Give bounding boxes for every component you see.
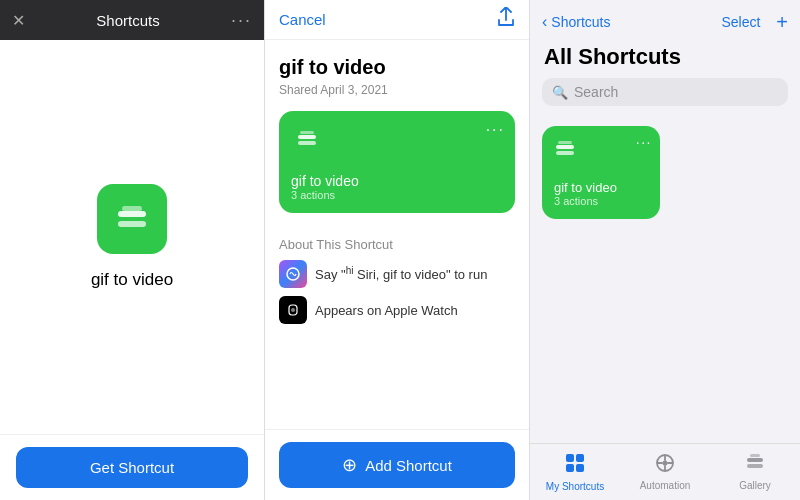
tile-name: gif to video	[554, 180, 648, 195]
layers-icon-large	[113, 200, 151, 238]
close-button[interactable]: ✕	[12, 11, 25, 30]
gallery-layers-icon	[744, 452, 766, 474]
grid-icon	[564, 452, 586, 474]
svg-rect-12	[566, 454, 574, 462]
right-panel: ‹ Shortcuts Select + All Shortcuts 🔍 Sea…	[530, 0, 800, 500]
shortcuts-grid: ··· gif to video 3 actions	[530, 118, 800, 227]
middle-panel-footer: ⊕ Add Shortcut	[265, 429, 529, 500]
add-shortcut-button[interactable]: ⊕ Add Shortcut	[279, 442, 515, 488]
middle-panel-content: gif to video Shared April 3, 2021 ··· gi…	[265, 40, 529, 429]
search-placeholder: Search	[574, 84, 618, 100]
all-shortcuts-title: All Shortcuts	[530, 40, 800, 78]
siri-icon	[279, 260, 307, 288]
add-plus-icon: ⊕	[342, 454, 357, 476]
right-panel-actions: Select +	[721, 11, 788, 34]
svg-point-17	[663, 461, 668, 466]
svg-rect-5	[300, 131, 314, 134]
more-button-left[interactable]: ···	[231, 10, 252, 31]
svg-rect-20	[750, 454, 760, 457]
search-icon: 🔍	[552, 85, 568, 100]
automation-tab-label: Automation	[640, 480, 691, 491]
left-panel-content: gif to video	[0, 40, 264, 434]
svg-rect-13	[576, 454, 584, 462]
left-panel-footer: Get Shortcut	[0, 434, 264, 500]
gallery-tab-icon	[744, 452, 766, 478]
siri-row-text: Say "hi Siri, gif to video" to run	[315, 265, 487, 282]
svg-rect-11	[558, 141, 572, 144]
shortcut-card-icon	[291, 123, 323, 155]
shortcut-icon-large	[97, 184, 167, 254]
share-icon	[497, 7, 515, 27]
shortcut-card-name: gif to video	[291, 173, 503, 189]
watch-row-text: Appears on Apple Watch	[315, 303, 458, 318]
about-row-siri: Say "hi Siri, gif to video" to run	[279, 260, 515, 288]
shortcut-card-more-button[interactable]: ···	[486, 121, 505, 139]
shortcut-card-middle: ··· gif to video 3 actions	[279, 111, 515, 213]
search-bar[interactable]: 🔍 Search	[542, 78, 788, 106]
apple-watch-icon	[286, 303, 300, 317]
layers-icon-tile	[554, 138, 576, 160]
add-button-right[interactable]: +	[776, 11, 788, 34]
back-button[interactable]: ‹ Shortcuts	[542, 13, 610, 31]
middle-panel: Cancel gif to video Shared April 3, 2021…	[265, 0, 530, 500]
svg-rect-15	[576, 464, 584, 472]
right-panel-header: ‹ Shortcuts Select +	[530, 0, 800, 40]
select-button[interactable]: Select	[721, 14, 760, 30]
share-button[interactable]	[497, 7, 515, 32]
svg-rect-3	[298, 135, 316, 139]
shortcut-title-middle: gif to video	[279, 56, 515, 79]
shortcut-name-large: gif to video	[91, 270, 173, 290]
svg-point-8	[291, 308, 295, 312]
about-row-watch: Appears on Apple Watch	[279, 296, 515, 324]
svg-rect-18	[747, 458, 763, 462]
svg-rect-1	[118, 221, 146, 227]
shortcut-tile-gif[interactable]: ··· gif to video 3 actions	[542, 126, 660, 219]
tile-actions: 3 actions	[554, 195, 648, 207]
svg-rect-9	[556, 145, 574, 149]
svg-rect-0	[118, 211, 146, 217]
watch-icon	[279, 296, 307, 324]
siri-wave-icon	[285, 266, 301, 282]
left-panel: ✕ Shortcuts ··· gif to video Get Shortcu…	[0, 0, 265, 500]
automation-tab-icon	[654, 452, 676, 478]
gallery-tab-label: Gallery	[739, 480, 771, 491]
shared-date: Shared April 3, 2021	[279, 83, 515, 97]
tab-automation[interactable]: Automation	[620, 452, 710, 492]
my-shortcuts-tab-icon	[564, 452, 586, 479]
get-shortcut-button[interactable]: Get Shortcut	[16, 447, 248, 488]
my-shortcuts-tab-label: My Shortcuts	[546, 481, 604, 492]
tile-more-button[interactable]: ···	[636, 134, 652, 150]
tab-gallery[interactable]: Gallery	[710, 452, 800, 492]
middle-panel-header: Cancel	[265, 0, 529, 40]
left-panel-header: ✕ Shortcuts ···	[0, 0, 264, 40]
layers-icon-card	[296, 128, 318, 150]
left-panel-title: Shortcuts	[96, 12, 159, 29]
svg-rect-19	[747, 464, 763, 468]
back-label: Shortcuts	[551, 14, 610, 30]
svg-rect-4	[298, 141, 316, 145]
tab-my-shortcuts[interactable]: My Shortcuts	[530, 452, 620, 492]
svg-rect-2	[122, 206, 142, 211]
shortcut-card-actions: 3 actions	[291, 189, 503, 201]
about-section-title: About This Shortcut	[279, 237, 515, 252]
tab-bar: My Shortcuts Automation Gallery	[530, 443, 800, 500]
add-shortcut-label: Add Shortcut	[365, 457, 452, 474]
cancel-button[interactable]: Cancel	[279, 11, 326, 28]
svg-rect-14	[566, 464, 574, 472]
automation-icon	[654, 452, 676, 474]
chevron-left-icon: ‹	[542, 13, 547, 31]
svg-rect-10	[556, 151, 574, 155]
